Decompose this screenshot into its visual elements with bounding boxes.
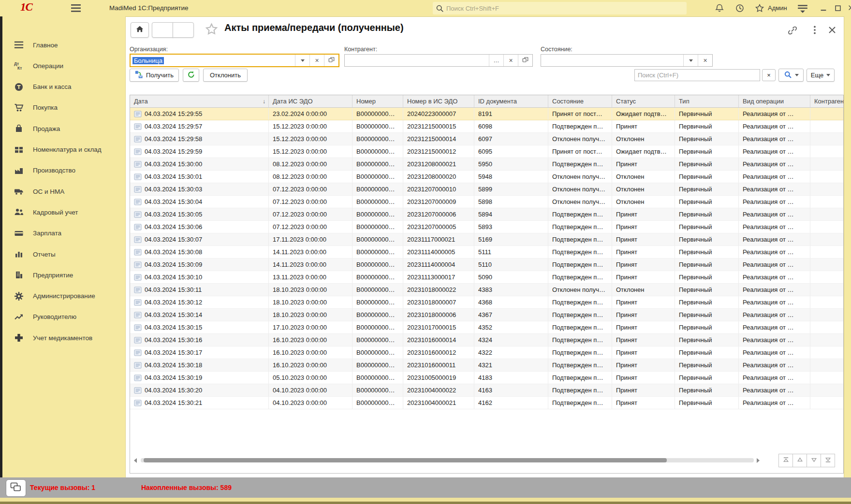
table-row[interactable]: 04.03.2024 15:30:2004.10.2023 0:00:00В00…	[130, 384, 843, 397]
table-row[interactable]: 04.03.2024 15:30:1418.10.2023 0:00:00В00…	[130, 309, 843, 321]
go-last-button[interactable]	[821, 454, 835, 467]
table-row[interactable]: 04.03.2024 15:30:0008.12.2023 0:00:00В00…	[130, 158, 843, 171]
column-header-operation-kind[interactable]: Вид операции	[739, 95, 810, 107]
table-row[interactable]: 04.03.2024 15:30:1716.10.2023 0:00:00В00…	[130, 346, 843, 359]
contractor-clear-button[interactable]: ×	[503, 55, 518, 66]
minimize-button[interactable]	[819, 4, 828, 13]
sidebar-item-main[interactable]: Главное	[14, 38, 58, 52]
sidebar-item-operations[interactable]: ДтКтОперации	[14, 58, 63, 73]
organization-label: Организация:	[130, 46, 168, 53]
server-calls-icon[interactable]	[6, 479, 26, 497]
sidebar-item-fixed-assets[interactable]: ОС и НМА	[14, 184, 64, 199]
table-cell-operation-kind: Реализация от …	[739, 359, 810, 371]
sidebar-item-manager[interactable]: Руководителю	[14, 310, 76, 324]
organization-clear-button[interactable]: ×	[309, 55, 324, 66]
table-row[interactable]: 04.03.2024 15:30:1218.10.2023 0:00:00В00…	[130, 296, 843, 309]
history-icon[interactable]	[735, 3, 745, 13]
table-row[interactable]: 04.03.2024 15:30:0108.12.2023 0:00:00В00…	[130, 171, 843, 183]
sidebar-item-nomenclature-stock[interactable]: Номенклатура и склад	[14, 143, 102, 157]
refresh-button[interactable]	[183, 69, 199, 82]
forward-button[interactable]	[173, 22, 194, 38]
table-cell-type: Первичный	[675, 233, 739, 245]
cell-text: Первичный	[679, 148, 712, 155]
hscroll-right-arrow[interactable]	[757, 458, 760, 463]
column-header-edo-number[interactable]: Номер в ИС ЭДО	[403, 95, 474, 107]
column-header-doc-id[interactable]: ID документа	[474, 95, 548, 107]
receive-button[interactable]: Получить	[130, 69, 179, 82]
organization-field[interactable]: Больница ×	[130, 54, 339, 67]
more-actions-button[interactable]: Еще	[807, 69, 835, 82]
state-field[interactable]: ×	[541, 54, 713, 67]
state-dropdown-button[interactable]	[683, 55, 698, 66]
table-row[interactable]: 04.03.2024 15:30:0507.12.2023 0:00:00В00…	[130, 208, 843, 221]
table-row[interactable]: 04.03.2024 15:30:0717.11.2023 0:00:00В00…	[130, 233, 843, 246]
sidebar-item-purchase[interactable]: Покупка	[14, 101, 58, 115]
table-row[interactable]: 04.03.2024 15:29:5523.02.2024 0:00:00В00…	[130, 108, 843, 120]
column-header-number[interactable]: Номер	[352, 95, 403, 107]
column-header-edo-date[interactable]: Дата ИС ЭДО	[269, 95, 352, 107]
column-header-status[interactable]: Статус	[612, 95, 675, 107]
list-search-input[interactable]	[634, 69, 760, 81]
go-first-button[interactable]	[778, 454, 793, 467]
column-header-contractor[interactable]: Контрагент	[810, 95, 843, 107]
sidebar-item-salary[interactable]: Зарплата	[14, 226, 61, 241]
table-row[interactable]: 04.03.2024 15:30:1517.10.2023 0:00:00В00…	[130, 321, 843, 334]
column-header-type[interactable]: Тип	[675, 95, 739, 107]
table-row[interactable]: 04.03.2024 15:30:0307.12.2023 0:00:00В00…	[130, 183, 843, 196]
global-search-input[interactable]	[444, 4, 687, 13]
contractor-open-button[interactable]	[518, 55, 532, 66]
close-window-button[interactable]	[847, 4, 851, 13]
favorites-star-icon[interactable]	[755, 3, 764, 13]
sidebar-item-medications[interactable]: Учет медикаментов	[14, 331, 92, 345]
get-link-icon[interactable]	[787, 25, 798, 36]
user-name[interactable]: Админ	[768, 4, 787, 12]
table-row[interactable]: 04.03.2024 15:30:1616.10.2023 0:00:00В00…	[130, 334, 843, 346]
hscroll-thumb[interactable]	[144, 458, 667, 462]
hscroll-left-arrow[interactable]	[134, 458, 137, 463]
notifications-bell-icon[interactable]	[715, 3, 724, 13]
home-button[interactable]	[131, 22, 149, 38]
main-menu-icon[interactable]	[71, 4, 81, 13]
global-search[interactable]	[433, 2, 687, 14]
maximize-button[interactable]	[834, 4, 842, 13]
cell-text: 04.03.2024 15:30:01	[145, 173, 202, 180]
state-clear-button[interactable]: ×	[698, 55, 712, 66]
organization-dropdown-button[interactable]	[295, 55, 309, 66]
form-more-menu-icon[interactable]	[809, 25, 820, 35]
list-search-go-button[interactable]	[778, 69, 804, 82]
contractor-field[interactable]: … ×	[344, 54, 533, 67]
table-row[interactable]: 04.03.2024 15:30:1013.11.2023 0:00:00В00…	[130, 271, 843, 284]
sidebar-item-hr[interactable]: Кадровый учет	[14, 205, 78, 219]
table-row[interactable]: 04.03.2024 15:29:5815.12.2023 0:00:00В00…	[130, 133, 843, 145]
cell-text: Подтвержден п…	[552, 299, 603, 306]
sidebar-item-reports[interactable]: Отчеты	[14, 247, 56, 261]
sidebar-item-sales[interactable]: Продажа	[14, 121, 60, 136]
table-cell-doc-id: 4163	[474, 384, 548, 396]
table-row[interactable]: 04.03.2024 15:30:2104.10.2023 0:00:00В00…	[130, 397, 843, 409]
table-row[interactable]: 04.03.2024 15:30:1118.10.2023 0:00:00В00…	[130, 284, 843, 296]
table-row[interactable]: 04.03.2024 15:30:1905.10.2023 0:00:00В00…	[130, 372, 843, 384]
go-previous-button[interactable]	[792, 454, 807, 467]
sidebar-item-enterprise[interactable]: Предприятие	[14, 268, 73, 282]
table-row[interactable]: 04.03.2024 15:29:5715.12.2023 0:00:00В00…	[130, 120, 843, 133]
service-menu-icon[interactable]	[797, 3, 808, 13]
decline-button[interactable]: Отклонить	[203, 69, 248, 82]
table-row[interactable]: 04.03.2024 15:30:0814.11.2023 0:00:00В00…	[130, 246, 843, 259]
list-search-clear-button[interactable]: ×	[762, 69, 776, 81]
sidebar-item-bank-cash[interactable]: Банк и касса	[14, 80, 72, 94]
back-button[interactable]	[152, 22, 173, 38]
close-form-icon[interactable]	[827, 25, 837, 35]
organization-open-button[interactable]	[324, 55, 338, 66]
contractor-select-button[interactable]: …	[489, 55, 503, 66]
sidebar-item-administration[interactable]: Администрирование	[14, 289, 95, 303]
column-header-state[interactable]: Состояние	[548, 95, 612, 107]
table-row[interactable]: 04.03.2024 15:30:0407.12.2023 0:00:00В00…	[130, 196, 843, 208]
table-row[interactable]: 04.03.2024 15:30:1816.10.2023 0:00:00В00…	[130, 359, 843, 372]
go-next-button[interactable]	[807, 454, 821, 467]
table-row[interactable]: 04.03.2024 15:29:5915.12.2023 0:00:00В00…	[130, 145, 843, 158]
table-row[interactable]: 04.03.2024 15:30:0914.11.2023 0:00:00В00…	[130, 259, 843, 271]
sidebar-item-production[interactable]: Производство	[14, 163, 75, 178]
column-header-date[interactable]: Дата↓	[130, 95, 269, 107]
table-row[interactable]: 04.03.2024 15:30:0607.12.2023 0:00:00В00…	[130, 221, 843, 233]
add-favorite-star-icon[interactable]	[205, 23, 218, 36]
